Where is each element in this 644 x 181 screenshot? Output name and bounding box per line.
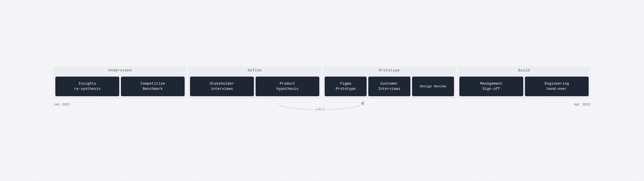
- phase-group-define: Define Stakeholder interviews Product hy…: [188, 66, 321, 99]
- dates-row: Jan 2022 Apr 2022: [54, 100, 590, 106]
- task-customer-interviews[interactable]: Customer Interviews: [368, 76, 410, 96]
- phase-header-build: Build: [458, 66, 590, 75]
- task-engineering-hand-over[interactable]: Engineering hand-over: [525, 76, 589, 96]
- svg-text:(4x): (4x): [316, 107, 325, 112]
- arrow-dates-area: Jan 2022 Apr 2022 (4x): [54, 100, 590, 115]
- task-figma-prototype[interactable]: Figma Prototype: [325, 76, 366, 96]
- phase-header-prototype: Prototype: [323, 66, 456, 75]
- phase-group-understand: Understand Insights re-synthesis Competi…: [54, 66, 186, 99]
- tasks-row-build: Management Sign-off Engineering hand-ove…: [458, 75, 590, 99]
- phase-header-define: Define: [188, 66, 321, 75]
- phase-group-build: Build Management Sign-off Engineering ha…: [458, 66, 590, 99]
- task-stakeholder-interviews[interactable]: Stakeholder interviews: [190, 76, 254, 96]
- task-competitive-benchmark[interactable]: Competitive Benchmark: [121, 76, 185, 96]
- date-end: Apr 2022: [574, 102, 590, 106]
- task-design-review[interactable]: Design Review: [412, 76, 454, 96]
- tasks-row-understand: Insights re-synthesis Competitive Benchm…: [54, 75, 186, 99]
- task-product-hypothesis[interactable]: Product hypothesis: [256, 76, 320, 96]
- task-management-sign-off[interactable]: Management Sign-off: [459, 76, 523, 96]
- date-start: Jan 2022: [54, 102, 70, 106]
- diagram-container: Understand Insights re-synthesis Competi…: [54, 66, 590, 115]
- phase-header-understand: Understand: [54, 66, 186, 75]
- phases-row: Understand Insights re-synthesis Competi…: [54, 66, 590, 99]
- tasks-row-prototype: Figma Prototype Customer Interviews Desi…: [323, 75, 456, 99]
- task-insights-re-synthesis[interactable]: Insights re-synthesis: [55, 76, 119, 96]
- tasks-row-define: Stakeholder interviews Product hypothesi…: [188, 75, 321, 99]
- phase-group-prototype: Prototype Figma Prototype Customer Inter…: [323, 66, 456, 99]
